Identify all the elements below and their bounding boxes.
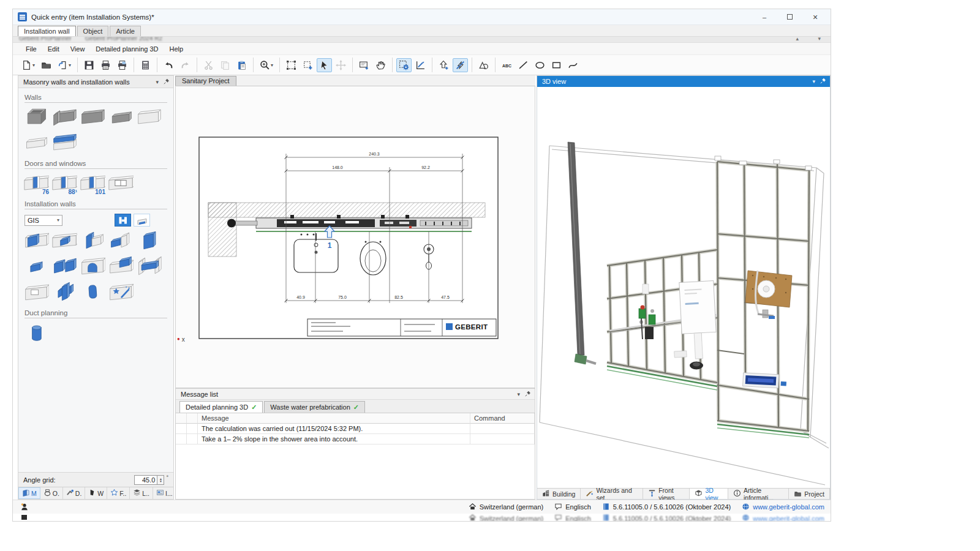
iw-f-item[interactable] bbox=[23, 255, 49, 277]
save-button[interactable] bbox=[81, 58, 97, 72]
shapes-button[interactable] bbox=[476, 58, 491, 72]
view3d-dropdown-icon[interactable]: ▾ bbox=[812, 78, 815, 84]
calculator-button[interactable] bbox=[138, 58, 153, 72]
iw-g-item[interactable] bbox=[51, 255, 77, 277]
wall-mode-toggle-2[interactable] bbox=[134, 214, 150, 227]
iw-h-item[interactable] bbox=[80, 255, 105, 277]
hand-button[interactable] bbox=[373, 58, 388, 72]
wall-mode-toggle-1[interactable] bbox=[115, 214, 131, 227]
panel-tab-w[interactable]: W bbox=[85, 487, 107, 499]
user-icon[interactable] bbox=[20, 503, 29, 511]
ellipse-button[interactable] bbox=[532, 58, 548, 72]
undo-button[interactable] bbox=[161, 58, 176, 72]
panel-tab-i[interactable]: I... bbox=[153, 487, 176, 499]
message-tab-waste-water-prefabrication[interactable]: Waste water prefabrication✓ bbox=[264, 401, 365, 413]
menu-help[interactable]: Help bbox=[164, 44, 189, 54]
palette-dropdown-icon[interactable]: ▾ bbox=[156, 79, 159, 85]
view-tab-3d-view[interactable]: 3D view bbox=[690, 489, 728, 499]
dropdown-caret-icon[interactable]: ▾ bbox=[69, 62, 71, 68]
angle-grid-stepper[interactable]: ▲▼ bbox=[157, 475, 164, 485]
view-tab-front-views[interactable]: Front views bbox=[643, 489, 690, 499]
iw-m-item[interactable] bbox=[80, 281, 105, 303]
line-button[interactable] bbox=[516, 58, 531, 72]
zoom-button[interactable]: ▾ bbox=[257, 58, 276, 72]
doc-tab-article[interactable]: Article bbox=[110, 26, 141, 36]
doc-tab-object[interactable]: Object bbox=[77, 26, 109, 36]
corner-dark-item[interactable] bbox=[51, 106, 77, 128]
text-abc-button[interactable]: ABC bbox=[499, 58, 514, 72]
wall-blue-cap-item[interactable] bbox=[51, 132, 77, 154]
view-tab-wizards-and-set[interactable]: Wizards and set... bbox=[581, 489, 643, 499]
menu-file[interactable]: File bbox=[20, 44, 42, 54]
message-list-dropdown-icon[interactable]: ▾ bbox=[517, 391, 520, 397]
view-tab-project[interactable]: Project bbox=[789, 489, 830, 499]
iw-e-item[interactable] bbox=[136, 230, 162, 252]
message-col-message[interactable]: Message bbox=[198, 413, 470, 424]
door-item[interactable]: 88¹ bbox=[51, 172, 77, 194]
select-area-button[interactable] bbox=[284, 58, 299, 72]
tab-sanitary-project[interactable]: Sanitary Project bbox=[175, 76, 236, 86]
measure-button[interactable] bbox=[413, 58, 428, 72]
slab-light-low-item[interactable] bbox=[23, 132, 49, 154]
message-row[interactable]: The calculation was carried out (11/15/2… bbox=[176, 424, 535, 434]
hide-tool-button[interactable] bbox=[453, 58, 468, 72]
import-button[interactable]: ▾ bbox=[55, 58, 74, 72]
view-tab-article-informati[interactable]: Article informati... bbox=[728, 489, 789, 499]
status-www-geberit-global-com[interactable]: www.geberit-global.com bbox=[742, 503, 824, 512]
box-dark-item[interactable] bbox=[23, 106, 49, 128]
pin-icon[interactable] bbox=[525, 391, 531, 398]
menu-edit[interactable]: Edit bbox=[42, 44, 65, 54]
iw-l-item[interactable] bbox=[51, 281, 77, 303]
iw-b-item[interactable] bbox=[51, 230, 77, 252]
door-item[interactable]: 76 bbox=[23, 172, 49, 194]
door-item[interactable]: 101 bbox=[80, 172, 105, 194]
slab-light-item[interactable] bbox=[136, 106, 162, 128]
panel-tab-l[interactable]: L.. bbox=[130, 487, 153, 499]
window-item[interactable] bbox=[108, 172, 134, 194]
panel-tab-f[interactable]: F.. bbox=[107, 487, 130, 499]
doc-tab-installation-wall[interactable]: Installation wall bbox=[18, 26, 76, 36]
slab-dark-sm-item[interactable] bbox=[108, 106, 134, 128]
iw-i-item[interactable] bbox=[108, 255, 134, 277]
panel-tab-m[interactable]: M bbox=[18, 487, 40, 499]
iw-c-item[interactable] bbox=[80, 230, 105, 252]
message-tab-detailed-planning-3d[interactable]: Detailed planning 3D✓ bbox=[179, 401, 263, 413]
print-preview-button[interactable] bbox=[115, 58, 130, 72]
new-file-button[interactable]: ▾ bbox=[19, 58, 37, 72]
arc-button[interactable] bbox=[565, 58, 581, 72]
view-tab-building[interactable]: Building bbox=[537, 489, 581, 499]
minimize-button[interactable]: – bbox=[759, 13, 770, 21]
print-button[interactable] bbox=[98, 58, 113, 72]
system-dropdown[interactable]: GIS▾ bbox=[24, 215, 62, 226]
annotate-button[interactable] bbox=[356, 58, 372, 72]
paste-button[interactable] bbox=[234, 58, 249, 72]
slab-dark-item[interactable] bbox=[80, 106, 105, 128]
menu-detailed-planning-3d[interactable]: Detailed planning 3D bbox=[90, 44, 164, 54]
open-folder-button[interactable] bbox=[39, 58, 54, 72]
select-add-button[interactable] bbox=[300, 58, 315, 72]
panel-tab-o[interactable]: O. bbox=[40, 487, 63, 499]
menu-view[interactable]: View bbox=[65, 44, 91, 54]
iw-j-item[interactable] bbox=[136, 255, 162, 277]
message-row[interactable]: Take a 1– 2% slope in the shower area in… bbox=[176, 434, 535, 444]
iw-k-item[interactable] bbox=[23, 281, 49, 303]
drawing-canvas[interactable]: 1 bbox=[175, 86, 535, 388]
message-col-command[interactable]: Command bbox=[470, 413, 535, 424]
arrow-import-button[interactable] bbox=[436, 58, 451, 72]
chevron-down-icon[interactable]: ▾ bbox=[818, 37, 821, 42]
iw-wizard-item[interactable] bbox=[108, 281, 134, 303]
pin-icon[interactable] bbox=[164, 78, 170, 86]
iw-a-item[interactable] bbox=[23, 230, 49, 252]
status-www-geberit-global-com[interactable]: www.geberit-global.com bbox=[742, 514, 824, 522]
panel-tab-d[interactable]: D. bbox=[63, 487, 86, 499]
close-button[interactable]: × bbox=[810, 12, 821, 22]
3d-viewport[interactable] bbox=[537, 87, 830, 488]
angle-grid-input[interactable]: 45.0 bbox=[134, 475, 157, 485]
duct-item[interactable] bbox=[23, 321, 49, 343]
iw-d-item[interactable] bbox=[108, 230, 134, 252]
maximize-button[interactable] bbox=[787, 14, 793, 20]
dropdown-caret-icon[interactable]: ▾ bbox=[32, 62, 35, 68]
dropdown-caret-icon[interactable]: ▾ bbox=[271, 62, 273, 68]
rectangle-button[interactable] bbox=[549, 58, 564, 72]
chevron-up-icon[interactable]: ▴ bbox=[796, 37, 799, 42]
